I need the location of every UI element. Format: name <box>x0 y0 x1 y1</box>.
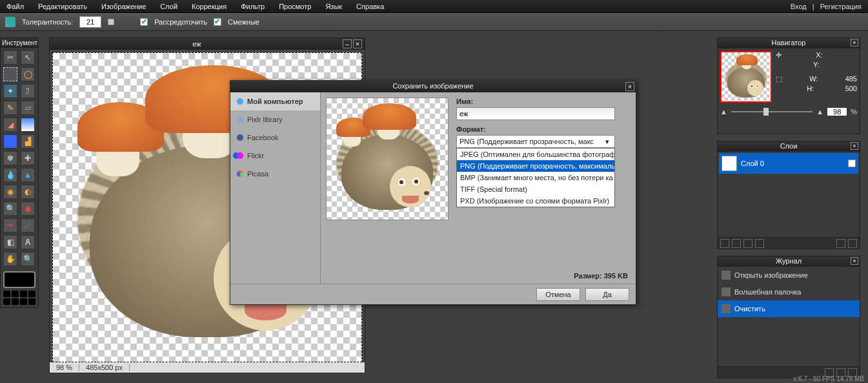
gradient-tool[interactable] <box>21 118 35 132</box>
minimize-button[interactable]: – <box>343 39 352 48</box>
zoom-in-icon[interactable]: ▲ <box>816 108 823 116</box>
stamp-tool[interactable]: ✾ <box>3 151 17 165</box>
format-option-png[interactable]: PNG (Поддерживает прозрачность, максимал… <box>457 160 614 172</box>
menu-help[interactable]: Справка <box>356 3 384 10</box>
smudge-tool[interactable]: ☄ <box>21 218 35 233</box>
format-option-pxd[interactable]: PXD (Изображение со слоями формата Pixlr… <box>457 195 614 207</box>
login-link[interactable]: Вход <box>791 3 807 10</box>
pixlr-icon <box>237 116 243 123</box>
register-link[interactable]: Регистрация <box>820 3 862 10</box>
zoom-slider[interactable] <box>731 111 812 112</box>
menu-image[interactable]: Изображение <box>101 3 146 10</box>
blur-tool[interactable]: 💧 <box>3 168 17 182</box>
filename-input[interactable] <box>456 107 615 120</box>
sponge-tool[interactable]: ◉ <box>3 185 17 199</box>
separator: | <box>812 3 814 10</box>
layer-visibility-checkbox[interactable]: ✔ <box>848 160 856 167</box>
navigator-panel: Навигатор× ✛X: Y: ⬚W:485 H:500 ▲ ▲ 98 <box>717 37 860 134</box>
paint-tool[interactable]: ◢ <box>3 118 17 132</box>
menu-layer[interactable]: Слой <box>160 3 177 10</box>
dest-my-computer[interactable]: Мой компьютер <box>230 92 320 110</box>
format-option-tiff[interactable]: TIFF (Special format) <box>457 183 614 195</box>
eyedropper-tool[interactable]: ✑ <box>3 218 17 233</box>
history-item-wand[interactable]: Волшебная палочка <box>718 284 860 300</box>
clone-tool[interactable]: ▟ <box>21 134 35 149</box>
ok-button[interactable]: Да <box>585 288 629 301</box>
wand-tool[interactable]: ✦ <box>3 84 17 98</box>
lasso-tool[interactable]: ◯ <box>21 67 35 81</box>
navigator-close-icon[interactable]: × <box>851 39 858 47</box>
layer-row[interactable]: Слой 0 ✔ <box>719 153 858 174</box>
layer-thumbnail <box>722 156 737 171</box>
shape-tool[interactable]: ◧ <box>3 235 17 249</box>
menu-view[interactable]: Просмотр <box>279 3 311 10</box>
redeye-tool[interactable]: ◉ <box>21 202 35 216</box>
antialias-checkbox[interactable]: ✔ <box>140 18 148 26</box>
delete-layer-icon[interactable] <box>848 239 857 248</box>
clear-icon <box>722 304 731 313</box>
history-item-clear[interactable]: Очистить <box>718 300 860 317</box>
layer-up-icon[interactable] <box>743 239 752 248</box>
contiguous-checkbox[interactable]: ✔ <box>214 18 221 26</box>
dest-pixlr[interactable]: Pixlr library <box>230 110 320 129</box>
dialog-close-icon[interactable]: × <box>625 82 634 91</box>
layer-down-icon[interactable] <box>755 239 764 248</box>
file-size-label: Размер: 395 KB <box>574 272 628 280</box>
format-select[interactable]: PNG (Поддерживает прозрачность, макс▾ <box>456 135 615 148</box>
wand-icon <box>5 17 15 27</box>
navigator-thumbnail[interactable] <box>720 51 772 103</box>
navigator-title: Навигатор <box>772 39 806 47</box>
menu-file[interactable]: Файл <box>6 3 24 10</box>
history-close-icon[interactable]: × <box>851 257 858 265</box>
nav-zoom-tool[interactable]: 🔍 <box>21 252 35 266</box>
open-image-icon <box>722 271 731 280</box>
duplicate-layer-icon[interactable] <box>732 239 741 248</box>
format-label: Формат: <box>456 125 631 133</box>
layers-panel: Слои× Слой 0 ✔ <box>717 141 860 249</box>
zoom-tool[interactable]: 🔍 <box>3 202 17 216</box>
new-layer-icon[interactable] <box>720 239 729 248</box>
marquee-tool[interactable] <box>3 67 17 81</box>
history-item-open[interactable]: Открыть изображение <box>718 267 860 284</box>
zoom-value[interactable]: 98 <box>827 108 847 116</box>
antialias-label: Рассредоточить <box>154 18 207 26</box>
type-tool[interactable]: A <box>21 235 35 249</box>
dialog-title: Сохранить изображение <box>392 82 473 90</box>
heal-tool[interactable]: ✚ <box>21 151 35 165</box>
menu-filter[interactable]: Фильтр <box>241 3 265 10</box>
menu-language[interactable]: Язык <box>325 3 342 10</box>
close-button[interactable]: × <box>353 39 362 48</box>
dest-facebook[interactable]: Facebook <box>230 129 320 147</box>
fill-tool[interactable] <box>3 134 17 149</box>
dest-flickr[interactable]: Flickr <box>230 147 320 165</box>
menu-edit[interactable]: Редактировать <box>38 3 87 10</box>
hand-tool[interactable]: ✋ <box>3 252 17 266</box>
dodge-tool[interactable]: ◐ <box>21 185 35 199</box>
nav-w-label: W: <box>809 75 818 83</box>
name-label: Имя: <box>456 98 631 105</box>
sharpen-tool[interactable]: ▲ <box>21 168 35 182</box>
brush-tool[interactable]: ℐ <box>21 84 35 98</box>
tolerance-label: Толерантность: <box>22 18 73 26</box>
zoom-out-icon[interactable]: ▲ <box>720 108 727 116</box>
format-option-jpeg[interactable]: JPEG (Оптимален для большинства фотограф… <box>457 149 614 160</box>
eraser-tool[interactable]: ▱ <box>21 101 35 115</box>
save-preview <box>326 98 449 220</box>
color-swatch[interactable] <box>3 271 35 288</box>
move-tool[interactable]: ↖ <box>21 50 35 65</box>
options-bar: Толерантность: ✔ Рассредоточить ✔ Смежны… <box>0 13 868 31</box>
color-palette[interactable] <box>3 291 35 305</box>
dest-picasa[interactable]: Picasa <box>230 165 320 183</box>
layer-settings-icon[interactable] <box>836 239 845 248</box>
menu-adjustment[interactable]: Коррекция <box>192 3 227 10</box>
dimensions-status: 485x500 px <box>79 364 130 371</box>
save-dialog: Сохранить изображение× Мой компьютер Pix… <box>230 80 636 305</box>
crop-tool[interactable]: ✂ <box>3 50 17 65</box>
pencil-tool[interactable]: ✎ <box>3 101 17 115</box>
format-option-bmp[interactable]: BMP (Занимает много места, но без потери… <box>457 172 614 183</box>
tolerance-input[interactable] <box>79 16 101 28</box>
cancel-button[interactable]: Отмена <box>536 288 580 301</box>
layers-close-icon[interactable]: × <box>851 142 858 150</box>
tolerance-stepper[interactable] <box>108 19 114 25</box>
contiguous-label: Смежные <box>228 18 259 26</box>
